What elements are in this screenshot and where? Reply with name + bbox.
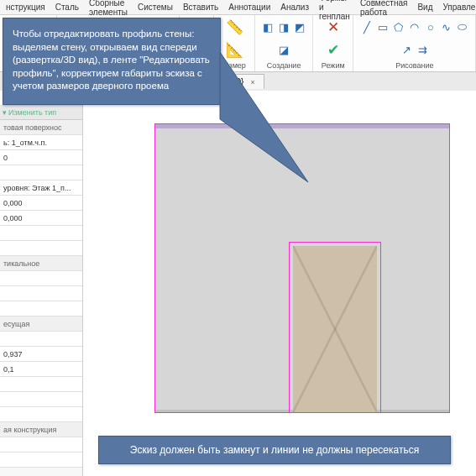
property-row: тикальное (0, 256, 82, 271)
property-row (0, 226, 82, 241)
property-row: ая конструкция (0, 422, 82, 437)
callout-pointer-icon (220, 18, 329, 195)
off-icon[interactable]: ⇉ (416, 44, 429, 57)
instruction-callout-bottom: Эскиз должен быть замкнут и линии не дол… (98, 436, 451, 464)
property-row: есущая (0, 316, 82, 332)
ribbon-panel: ╱▭⬠◠○∿⬭↗⇉Рисование (354, 15, 476, 71)
property-row (0, 377, 82, 392)
property-row (0, 452, 82, 468)
menu-item[interactable]: Вид (413, 2, 437, 13)
callout-text: Эскиз должен быть замкнут и линии не дол… (130, 444, 419, 456)
instruction-callout-top: Чтобы отредактировать профиль стены: выд… (3, 18, 221, 105)
property-row (0, 301, 82, 316)
property-row (0, 437, 82, 452)
property-row[interactable]: ь: 1_отм.ч.п. (0, 135, 82, 150)
property-row[interactable]: 0,1 (0, 362, 82, 377)
property-row (0, 271, 82, 286)
menu-item[interactable]: Вставить (179, 2, 222, 13)
properties-panel: S 2010-Y40R ▾ Изменить тип товая поверхн… (0, 91, 83, 476)
property-row[interactable]: 0 (0, 150, 82, 165)
property-row (0, 332, 82, 347)
curve-icon[interactable]: ∿ (440, 20, 453, 34)
property-row[interactable]: 0,000 (0, 196, 82, 211)
menu-item[interactable]: Системы (133, 2, 177, 13)
property-row (0, 392, 82, 407)
property-row (0, 165, 82, 180)
menu-item[interactable]: Сталь (51, 2, 83, 13)
property-row[interactable]: 0,000 (0, 211, 82, 226)
rect-icon[interactable]: ▭ (376, 20, 390, 34)
arc-icon[interactable]: ◠ (408, 20, 421, 34)
poly-icon[interactable]: ⬠ (392, 20, 405, 34)
circ-icon[interactable]: ○ (424, 20, 437, 34)
panel-label: Рисование (395, 61, 433, 70)
property-row (0, 407, 82, 422)
menu-item[interactable]: нструкция (2, 2, 50, 13)
ell-icon[interactable]: ⬭ (456, 20, 469, 34)
property-row[interactable]: уровня: Этаж 1_п... (0, 180, 82, 196)
svg-marker-0 (220, 52, 308, 182)
menu-item[interactable]: Управление (438, 2, 476, 13)
pick-icon[interactable]: ↗ (400, 44, 413, 57)
line-icon[interactable]: ╱ (360, 20, 374, 34)
property-row[interactable]: 0,937 (0, 347, 82, 362)
callout-text: Чтобы отредактировать профиль стены: выд… (13, 29, 210, 91)
property-row (0, 241, 82, 256)
edit-type-button[interactable]: ▾ Изменить тип (0, 106, 82, 120)
door-element[interactable] (293, 246, 377, 412)
menu-item[interactable]: Аннотации (224, 2, 275, 13)
menu-bar: нструкцияСтальСборные элементыСистемыВст… (0, 0, 476, 15)
property-row: товая поверхнос (0, 120, 82, 135)
property-row (0, 286, 82, 301)
menu-item[interactable]: Анализ (276, 2, 313, 13)
